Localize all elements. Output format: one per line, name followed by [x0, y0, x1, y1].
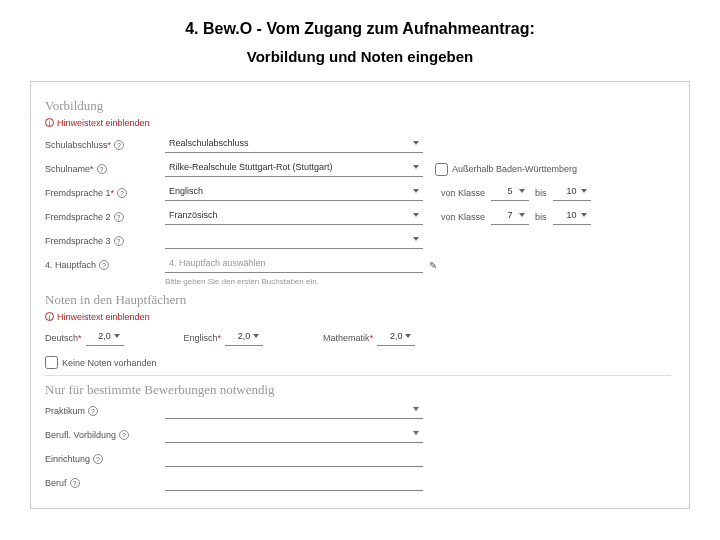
section-noten-heading: Noten in den Hauptfächern [45, 292, 671, 308]
hauptfach-hint: Bitte geben Sie den ersten Buchstaben ei… [165, 277, 671, 286]
label-fremdsprache1: Fremdsprache 1*? [45, 188, 165, 198]
select-fs2-bis[interactable]: 10 [553, 209, 591, 225]
chevron-down-icon [581, 189, 587, 193]
help-icon[interactable]: ? [97, 164, 107, 174]
checkbox-ausserhalb[interactable]: Außerhalb Baden-Württemberg [435, 163, 577, 176]
label-praktikum: Praktikum? [45, 406, 165, 416]
help-icon[interactable]: ? [119, 430, 129, 440]
label-hauptfach4: 4. Hauptfach? [45, 260, 165, 270]
label-schulname: Schulname*? [45, 164, 165, 174]
label-berufl-vorbildung: Berufl. Vorbildung? [45, 430, 165, 440]
select-fs1-bis[interactable]: 10 [553, 185, 591, 201]
slide-title: 4. Bew.O - Vom Zugang zum Aufnahmeantrag… [30, 20, 690, 38]
select-fremdsprache2[interactable]: Französisch [165, 209, 423, 225]
select-schulname[interactable]: Rilke-Realschule Stuttgart-Rot (Stuttgar… [165, 161, 423, 177]
chevron-down-icon [413, 165, 419, 169]
noten-hint-text: Hinweistext einblenden [57, 312, 150, 322]
section-vorbildung-heading: Vorbildung [45, 98, 671, 114]
select-berufl-vorbildung[interactable] [165, 427, 423, 443]
vorbildung-hint[interactable]: iHinweistext einblenden [45, 118, 671, 128]
input-beruf[interactable] [165, 475, 423, 491]
help-icon[interactable]: ? [117, 188, 127, 198]
input-einrichtung[interactable] [165, 451, 423, 467]
chevron-down-icon [253, 334, 259, 338]
select-fs1-von[interactable]: 5 [491, 185, 529, 201]
select-note-englisch[interactable]: 2,0 [225, 330, 263, 346]
help-icon[interactable]: ? [114, 140, 124, 150]
label-beruf: Beruf? [45, 478, 165, 488]
chevron-down-icon [413, 431, 419, 435]
select-fs2-von[interactable]: 7 [491, 209, 529, 225]
label-schulabschluss: Schulabschluss*? [45, 140, 165, 150]
label-fremdsprache2: Fremdsprache 2? [45, 212, 165, 222]
label-mathematik: Mathematik* [323, 333, 373, 343]
chevron-down-icon [114, 334, 120, 338]
chevron-down-icon [413, 407, 419, 411]
label-bis: bis [535, 188, 547, 198]
label-englisch: Englisch* [184, 333, 222, 343]
help-icon[interactable]: ? [114, 212, 124, 222]
label-fremdsprache3: Fremdsprache 3? [45, 236, 165, 246]
help-icon[interactable]: ? [114, 236, 124, 246]
label-bis: bis [535, 212, 547, 222]
pencil-icon[interactable]: ✎ [429, 260, 437, 271]
chevron-down-icon [519, 189, 525, 193]
info-icon: i [45, 312, 54, 321]
section-weitere-heading: Nur für bestimmte Bewerbungen notwendig [45, 382, 671, 398]
label-einrichtung: Einrichtung? [45, 454, 165, 464]
select-schulabschluss[interactable]: Realschulabschluss [165, 137, 423, 153]
slide-subtitle: Vorbildung und Noten eingeben [30, 48, 690, 65]
info-icon: i [45, 118, 54, 127]
select-note-mathe[interactable]: 2,0 [377, 330, 415, 346]
vorbildung-hint-text: Hinweistext einblenden [57, 118, 150, 128]
chevron-down-icon [413, 237, 419, 241]
help-icon[interactable]: ? [88, 406, 98, 416]
help-icon[interactable]: ? [99, 260, 109, 270]
chevron-down-icon [413, 141, 419, 145]
label-von-klasse: von Klasse [441, 188, 485, 198]
label-von-klasse: von Klasse [441, 212, 485, 222]
chevron-down-icon [581, 213, 587, 217]
chevron-down-icon [519, 213, 525, 217]
help-icon[interactable]: ? [70, 478, 80, 488]
select-praktikum[interactable] [165, 403, 423, 419]
input-hauptfach4[interactable]: 4. Hauptfach auswählen [165, 257, 423, 273]
chevron-down-icon [405, 334, 411, 338]
label-deutsch: Deutsch* [45, 333, 82, 343]
checkbox-keine-noten[interactable]: Keine Noten vorhanden [45, 356, 671, 369]
select-fremdsprache3[interactable] [165, 233, 423, 249]
select-fremdsprache1[interactable]: Englisch [165, 185, 423, 201]
select-note-deutsch[interactable]: 2,0 [86, 330, 124, 346]
chevron-down-icon [413, 213, 419, 217]
chevron-down-icon [413, 189, 419, 193]
noten-hint[interactable]: iHinweistext einblenden [45, 312, 671, 322]
form-panel: Vorbildung iHinweistext einblenden Schul… [30, 81, 690, 509]
help-icon[interactable]: ? [93, 454, 103, 464]
